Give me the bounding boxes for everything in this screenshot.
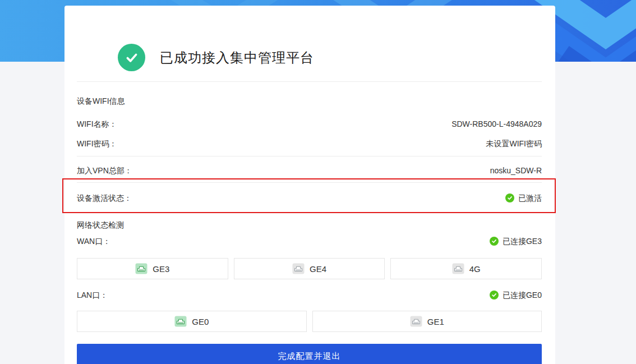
divider xyxy=(77,213,542,213)
success-check-icon xyxy=(118,44,145,71)
wan-label: WAN口： xyxy=(77,236,110,247)
setup-result-card: 已成功接入集中管理平台 设备WIFI信息 WIFI名称： SDW-RB500-L… xyxy=(64,6,555,364)
vpn-row: 加入VPN总部： nosku_SDW-R xyxy=(77,165,542,176)
wifi-name-row: WIFI名称： SDW-RB500-L-4948A029 xyxy=(77,118,542,130)
page: 已成功接入集中管理平台 设备WIFI信息 WIFI名称： SDW-RB500-L… xyxy=(0,0,636,364)
ethernet-port-icon xyxy=(174,316,187,327)
vpn-value: nosku_SDW-R xyxy=(490,165,542,176)
lan-status-row: LAN口： 已连接GE0 xyxy=(77,289,542,301)
network-section-header: 网络状态检测 xyxy=(77,219,542,231)
ethernet-port-icon xyxy=(292,263,305,274)
lan-label: LAN口： xyxy=(77,289,108,301)
wan-status-row: WAN口： 已连接GE3 xyxy=(77,236,542,247)
lan-port-ge0: GE0 xyxy=(77,311,307,332)
activated-check-icon xyxy=(505,193,514,202)
wan-status: 已连接GE3 xyxy=(490,236,542,247)
activation-status: 已激活 xyxy=(505,192,542,204)
wifi-password-row: WIFI密码： 未设置WIFI密码 xyxy=(77,138,542,149)
port-label: GE4 xyxy=(310,264,326,274)
port-label: GE3 xyxy=(153,264,169,274)
lan-status: 已连接GE0 xyxy=(490,289,542,301)
port-label: GE1 xyxy=(427,317,444,326)
vpn-label: 加入VPN总部： xyxy=(77,165,132,176)
wan-port-ge3: GE3 xyxy=(77,258,228,279)
wifi-name-value: SDW-RB500-L-4948A029 xyxy=(451,118,542,130)
divider xyxy=(77,182,542,183)
divider xyxy=(77,156,542,156)
wifi-section-header: 设备WIFI信息 xyxy=(77,95,542,107)
lan-status-text: 已连接GE0 xyxy=(503,289,542,301)
ethernet-port-icon xyxy=(410,316,422,327)
port-label: GE0 xyxy=(192,317,209,326)
ethernet-port-icon xyxy=(452,263,464,274)
lan-port-ge1: GE1 xyxy=(312,311,542,332)
port-label: 4G xyxy=(469,264,481,274)
wifi-password-value: 未设置WIFI密码 xyxy=(486,138,542,149)
result-title-row: 已成功接入集中管理平台 xyxy=(118,44,542,71)
wifi-password-label: WIFI密码： xyxy=(77,138,117,149)
wan-port-4g: 4G xyxy=(390,258,542,279)
activation-status-row: 设备激活状态： 已激活 xyxy=(77,192,542,204)
wifi-name-label: WIFI名称： xyxy=(77,118,117,130)
divider xyxy=(77,81,542,82)
activation-label: 设备激活状态： xyxy=(77,192,132,204)
activation-status-text: 已激活 xyxy=(518,192,542,204)
wan-connected-check-icon xyxy=(490,237,499,246)
lan-connected-check-icon xyxy=(490,291,499,300)
wan-port-list: GE3 GE4 xyxy=(77,258,542,279)
wan-status-text: 已连接GE3 xyxy=(503,236,542,247)
page-title: 已成功接入集中管理平台 xyxy=(160,49,314,67)
ethernet-port-icon xyxy=(135,263,148,274)
wan-port-ge4: GE4 xyxy=(234,258,385,279)
finish-and-exit-button[interactable]: 完成配置并退出 xyxy=(77,344,542,364)
lan-port-list: GE0 GE1 xyxy=(77,311,542,332)
